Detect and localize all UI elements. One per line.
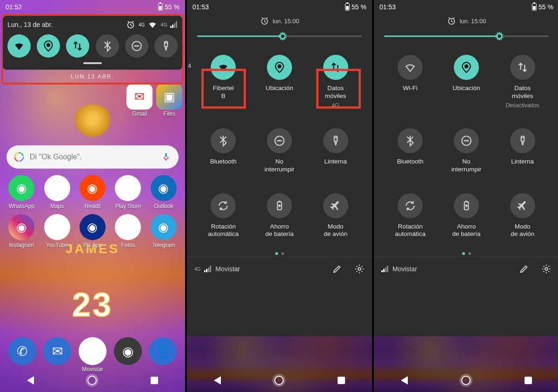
status-bar: 01:53 55 % xyxy=(187,0,372,14)
app-youtube[interactable]: ◉YouTube xyxy=(39,214,74,248)
status-bar: 01:52 55 % xyxy=(0,0,185,14)
brightness-thumb[interactable] xyxy=(278,31,288,41)
app-outlook[interactable]: ◉Outlook xyxy=(146,175,181,209)
tile-label: Linterna xyxy=(511,158,534,166)
app-play store[interactable]: ◉Play Store xyxy=(110,175,146,209)
tile-wifi[interactable]: Wi-Fi xyxy=(382,55,438,109)
quick-settings-panel: lun. 15:00 4FibertelBUbicaciónDatosmóvil… xyxy=(187,0,372,336)
app-reddit[interactable]: ◉Reddit xyxy=(75,175,110,209)
app-label: Instagram xyxy=(9,242,34,248)
quick-settings-mini[interactable]: Lun., 13 de abr. 4G 4G xyxy=(3,16,182,70)
tile-bluetooth[interactable]: Bluetooth xyxy=(195,128,252,174)
screen-home: 01:52 55 % Lun., 13 de abr. 4G 4G ✉Gmail… xyxy=(0,0,185,392)
tile-flashlight[interactable]: Linterna xyxy=(307,128,364,174)
dock-chrome[interactable]: ◎ xyxy=(79,337,106,365)
tile-battery-saver[interactable]: Ahorrode batería xyxy=(252,193,308,239)
nav-back[interactable] xyxy=(27,376,34,385)
bluetooth-icon xyxy=(211,128,236,153)
toggle-data[interactable] xyxy=(66,34,89,58)
alarm-row[interactable]: lun. 15:00 xyxy=(374,16,558,26)
app-maps[interactable]: ◉Maps xyxy=(39,175,74,209)
rotate-icon xyxy=(398,193,423,218)
search-bar[interactable]: Di "Ok Google". xyxy=(7,145,179,169)
alarm-icon xyxy=(446,16,457,26)
battery-pct: 55 % xyxy=(352,3,366,11)
toggle-wifi[interactable] xyxy=(7,34,31,58)
edit-icon[interactable] xyxy=(332,264,342,274)
dock-messages[interactable]: ✉ xyxy=(43,337,71,365)
nav-recent[interactable] xyxy=(525,377,532,384)
highlight-wifi xyxy=(201,69,246,109)
brightness-thumb[interactable] xyxy=(494,31,505,41)
nav-home[interactable] xyxy=(461,376,471,385)
tile-airplane[interactable]: Modode avión xyxy=(307,193,364,239)
alarm-text: lun. 15:00 xyxy=(459,18,486,25)
tile-label: Wi-Fi xyxy=(403,85,418,92)
nav-recent[interactable] xyxy=(338,377,345,384)
mic-icon[interactable] xyxy=(161,152,171,162)
edit-icon[interactable] xyxy=(519,264,529,274)
toggle-dnd[interactable] xyxy=(125,34,148,58)
tile-battery-saver[interactable]: Ahorrode batería xyxy=(438,193,495,239)
dock-phone[interactable]: ✆ xyxy=(8,337,36,365)
app-label: Telegram xyxy=(152,242,175,248)
tile-label: Rotaciónautomática xyxy=(208,223,239,239)
tile-location[interactable]: Ubicación xyxy=(252,55,308,109)
battery-saver-icon xyxy=(267,193,292,218)
tile-dnd[interactable]: Nointerrumpir xyxy=(252,128,308,174)
app-icon: ◉ xyxy=(115,175,141,201)
tile-bluetooth[interactable]: Bluetooth xyxy=(382,128,438,174)
dnd-icon xyxy=(454,128,479,153)
nav-back[interactable] xyxy=(401,376,408,385)
tile-rotate[interactable]: Rotaciónautomática xyxy=(382,193,438,239)
tile-label: Linterna xyxy=(324,158,347,166)
tile-rotate[interactable]: Rotaciónautomática xyxy=(195,193,252,239)
app-telegram[interactable]: ◉Telegram xyxy=(146,214,181,248)
tile-location[interactable]: Ubicación xyxy=(438,55,495,109)
status-time: 01:53 xyxy=(193,3,209,11)
brightness-slider[interactable] xyxy=(197,31,362,42)
toggle-bluetooth[interactable] xyxy=(96,34,119,58)
alarm-row[interactable]: lun. 15:00 xyxy=(187,16,372,26)
app-gmail[interactable]: ✉ xyxy=(126,84,153,110)
dock-camera[interactable]: ◉ xyxy=(114,337,142,365)
nav-back[interactable] xyxy=(214,376,221,385)
svg-rect-17 xyxy=(165,153,167,157)
nav-bar xyxy=(374,369,558,392)
app-files[interactable]: ▣ xyxy=(156,84,182,110)
nav-bar xyxy=(187,369,372,392)
app-icon: ◉ xyxy=(151,175,177,201)
nav-home[interactable] xyxy=(274,376,284,385)
tile-label: Modode avión xyxy=(511,223,534,239)
page-indicator xyxy=(187,252,372,255)
brightness-slider[interactable] xyxy=(384,31,549,42)
tile-dnd[interactable]: Nointerrumpir xyxy=(438,128,495,174)
nav-home[interactable] xyxy=(87,376,97,385)
app-row-1: ◉WhatsApp◉Maps◉Reddit◉Play Store◉Outlook xyxy=(0,172,185,209)
highlight-data xyxy=(316,69,361,109)
app-icon: ◉ xyxy=(80,214,106,240)
app-ps app[interactable]: ◉PS App xyxy=(75,214,110,248)
app-whatsapp[interactable]: ◉WhatsApp xyxy=(4,175,39,209)
dock: ✆✉◎◉👤 xyxy=(0,337,185,365)
dock-contacts[interactable]: 👤 xyxy=(149,337,177,365)
data-icon xyxy=(510,55,535,80)
settings-icon[interactable] xyxy=(541,264,551,274)
tile-data[interactable]: DatosmóvilesDesactivados xyxy=(494,55,551,109)
app-icon: ◉ xyxy=(44,214,70,240)
alarm-text: lun. 15:00 xyxy=(272,18,299,25)
app-instagram[interactable]: ◉Instagram xyxy=(4,214,39,248)
tile-label: Ahorrode batería xyxy=(266,223,294,239)
tile-label: Ubicación xyxy=(266,85,293,92)
settings-icon[interactable] xyxy=(354,264,365,274)
tile-flashlight[interactable]: Linterna xyxy=(494,128,551,174)
toggle-location[interactable] xyxy=(37,34,60,58)
tile-airplane[interactable]: Modode avión xyxy=(494,193,551,239)
battery-icon xyxy=(158,3,163,11)
app-icon: ◉ xyxy=(8,214,34,240)
drag-handle[interactable] xyxy=(83,62,102,64)
toggle-flashlight[interactable] xyxy=(154,34,178,58)
app-label: Maps xyxy=(50,203,64,209)
app-fotos[interactable]: ◉Fotos xyxy=(110,214,146,248)
nav-recent[interactable] xyxy=(151,377,158,384)
